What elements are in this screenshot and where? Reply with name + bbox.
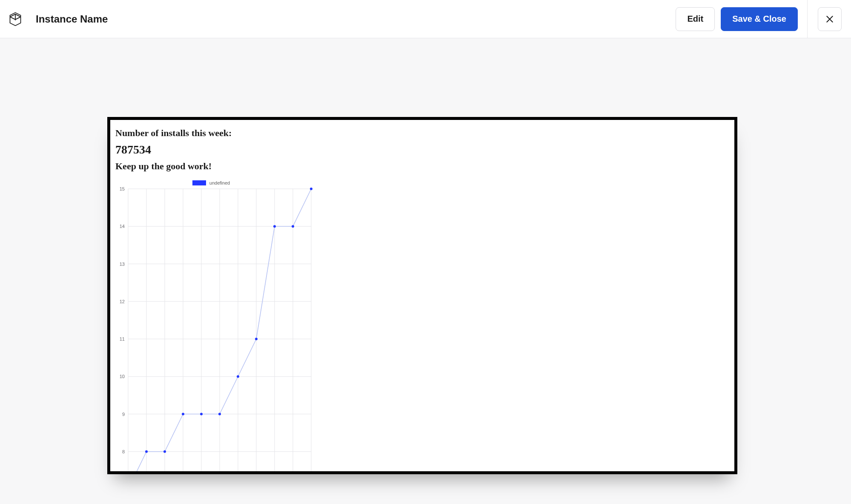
- preview-card: Number of installs this week: 787534 Kee…: [107, 117, 737, 474]
- header-divider: [807, 0, 808, 38]
- cube-icon: [8, 12, 23, 26]
- close-button[interactable]: [818, 7, 842, 31]
- svg-point-29: [163, 450, 166, 453]
- svg-point-36: [292, 225, 294, 228]
- svg-point-37: [310, 188, 312, 190]
- svg-point-35: [273, 225, 276, 228]
- svg-text:10: 10: [120, 374, 125, 379]
- svg-point-33: [237, 375, 239, 378]
- edit-button[interactable]: Edit: [676, 7, 715, 31]
- stat-value: 787534: [115, 143, 729, 157]
- chart-legend: undefined: [115, 180, 307, 185]
- header-bar: Instance Name Edit Save & Close: [0, 0, 851, 38]
- stage: Number of installs this week: 787534 Kee…: [0, 38, 851, 504]
- svg-text:14: 14: [120, 224, 125, 229]
- chart: undefined 89101112131415: [115, 178, 729, 474]
- legend-label: undefined: [209, 180, 230, 185]
- svg-text:11: 11: [120, 336, 125, 342]
- page-title: Instance Name: [36, 13, 108, 25]
- svg-text:15: 15: [120, 187, 125, 191]
- brand-logo: [7, 11, 24, 28]
- svg-text:8: 8: [122, 449, 125, 454]
- legend-swatch: [192, 180, 206, 185]
- svg-point-31: [200, 413, 203, 416]
- stat-sub: Keep up the good work!: [115, 161, 729, 172]
- stat-label: Number of installs this week:: [115, 128, 729, 139]
- svg-text:13: 13: [120, 262, 125, 267]
- svg-point-34: [255, 338, 258, 340]
- svg-text:12: 12: [120, 299, 125, 304]
- svg-point-28: [145, 450, 148, 453]
- close-icon: [825, 15, 834, 23]
- chart-canvas: 89101112131415: [115, 187, 315, 474]
- save-close-button[interactable]: Save & Close: [721, 7, 798, 31]
- svg-text:9: 9: [122, 412, 125, 417]
- svg-point-32: [218, 413, 221, 416]
- svg-point-30: [182, 413, 184, 416]
